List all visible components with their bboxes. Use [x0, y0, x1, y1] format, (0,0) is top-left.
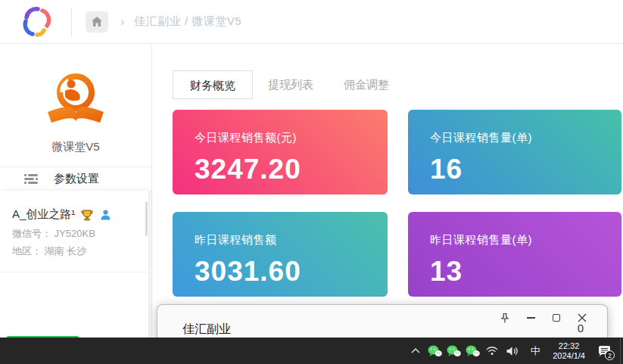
window-overflow-text: 0 — [578, 322, 584, 334]
minimize-icon — [527, 317, 535, 319]
wechat-icon — [428, 345, 442, 357]
windows-taskbar: 中 22:32 2024/1/4 2 — [0, 338, 623, 364]
pin-icon — [500, 313, 510, 324]
breadcrumb[interactable]: 佳汇副业 / 微课堂V5 — [134, 14, 241, 29]
speaker-icon — [506, 346, 519, 356]
user-name: A_创业之路¹ — [12, 207, 75, 222]
stat-card-value: 13 — [430, 256, 621, 288]
stat-card-value: 3247.20 — [195, 154, 388, 185]
tray-volume[interactable] — [502, 338, 522, 364]
stat-card-label: 今日课程销售额(元) — [195, 131, 388, 145]
header-divider — [71, 8, 72, 36]
app-logo — [43, 72, 108, 128]
trophy-icon — [81, 209, 93, 221]
user-wechat-id: 微信号： JY520KB — [12, 227, 148, 241]
wifi-icon — [486, 346, 498, 356]
sidebar-item-settings[interactable]: 参数设置 — [0, 166, 151, 191]
stat-card-label: 昨日课程销售额 — [195, 233, 388, 247]
taskbar-clock[interactable]: 22:32 2024/1/4 — [553, 341, 585, 361]
app-header: › 佳汇副业 / 微课堂V5 — [0, 0, 623, 44]
wechat-icon — [466, 345, 480, 357]
chevron-up-icon — [411, 348, 420, 353]
tray-wechat-2[interactable] — [444, 338, 463, 364]
stat-card-label: 今日课程销售量(单) — [430, 131, 621, 145]
stat-card-today-sales: 今日课程销售额(元) 3247.20 — [173, 110, 388, 194]
sidebar-item-label: 参数设置 — [54, 172, 99, 186]
tab-commission-adjust[interactable]: 佣金调整 — [329, 70, 404, 99]
desktop-screen: › 佳汇副业 / 微课堂V5 微课堂V5 参数设置 — [0, 0, 623, 364]
pin-button[interactable] — [492, 309, 518, 327]
maximize-icon — [553, 314, 560, 322]
stat-card-yesterday-volume: 昨日课程销售量(单) 13 — [408, 212, 621, 297]
tray-wechat-1[interactable] — [425, 338, 444, 364]
clock-time: 22:32 — [553, 341, 585, 351]
tray-expand-button[interactable] — [406, 338, 425, 364]
wechat-icon — [447, 345, 461, 357]
stat-card-today-volume: 今日课程销售量(单) 16 — [408, 110, 621, 194]
divider — [0, 272, 148, 272]
brand-swirl-logo — [17, 5, 56, 39]
stat-card-yesterday-sales: 昨日课程销售额 3031.60 — [173, 212, 388, 297]
minimize-button[interactable] — [518, 309, 544, 327]
tab-finance-overview[interactable]: 财务概览 — [173, 70, 253, 99]
breadcrumb-chevron: › — [120, 15, 124, 29]
stat-card-value: 16 — [430, 154, 621, 185]
home-button[interactable] — [86, 11, 108, 33]
stat-card-value: 3031.60 — [195, 256, 388, 288]
sidebar: 微课堂V5 参数设置 A_创业之路¹ — [0, 45, 152, 364]
stat-card-label: 昨日课程销售量(单) — [430, 233, 621, 247]
person-icon[interactable] — [101, 210, 111, 220]
stat-cards: 今日课程销售额(元) 3247.20 今日课程销售量(单) 16 昨日课程销售额… — [173, 110, 621, 297]
ime-indicator[interactable]: 中 — [525, 338, 545, 364]
user-region: 地区： 湖南 长沙 — [12, 244, 148, 258]
system-tray: 中 22:32 2024/1/4 2 — [406, 338, 623, 364]
tab-bar: 财务概览 提现列表 佣金调整 — [173, 70, 404, 99]
settings-list-icon — [24, 173, 41, 185]
notification-badge: 2 — [605, 350, 615, 360]
popup-window-title: 佳汇副业 — [182, 322, 231, 338]
maximize-button[interactable] — [544, 309, 569, 327]
tray-network[interactable] — [482, 338, 502, 364]
tab-withdrawal-list[interactable]: 提现列表 — [253, 70, 329, 99]
clock-date: 2024/1/4 — [553, 351, 585, 361]
tray-wechat-3[interactable] — [463, 338, 482, 364]
scrollbar-thumb[interactable] — [145, 201, 148, 236]
notification-center-button[interactable]: 2 — [593, 338, 615, 364]
sidebar-app-name: 微课堂V5 — [0, 140, 151, 154]
show-desktop-button[interactable] — [620, 338, 623, 364]
home-icon — [91, 16, 103, 27]
